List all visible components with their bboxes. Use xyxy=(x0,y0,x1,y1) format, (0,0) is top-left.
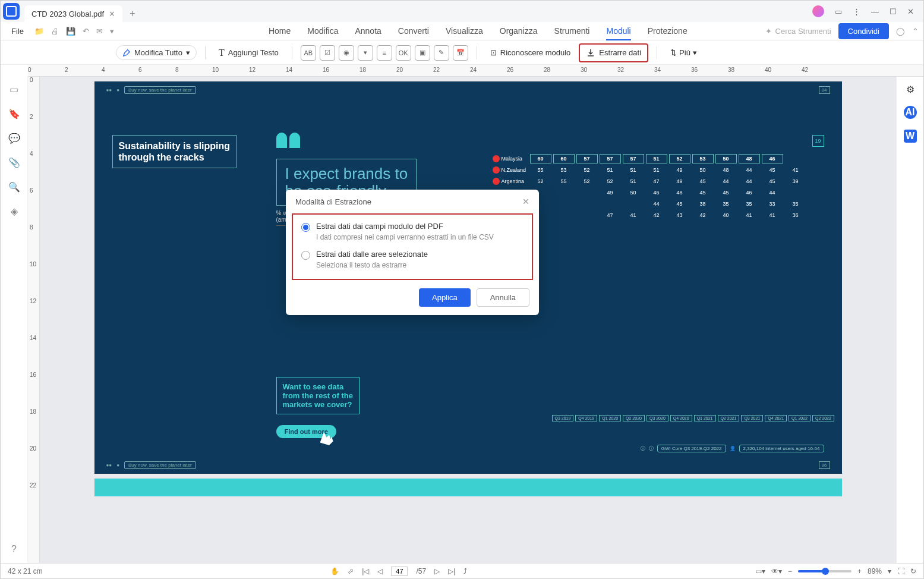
extract-selected-areas-option[interactable]: Estrai dati dalle aree selezionate Selez… xyxy=(301,250,524,269)
extract-form-fields-option[interactable]: Estrai dati dai campi modulo del PDF I d… xyxy=(301,222,524,241)
radio-checked-icon xyxy=(301,223,310,232)
cancel-button[interactable]: Annulla xyxy=(477,288,529,307)
radio-unchecked-icon xyxy=(301,251,310,260)
dialog-close-icon[interactable]: ✕ xyxy=(522,197,529,206)
extract-mode-dialog: Modalità di Estrazione ✕ Estrai dati dai… xyxy=(286,190,539,315)
modal-overlay: Modalità di Estrazione ✕ Estrai dati dai… xyxy=(1,1,923,578)
dialog-title: Modalità di Estrazione xyxy=(295,197,371,206)
apply-button[interactable]: Applica xyxy=(419,288,471,307)
